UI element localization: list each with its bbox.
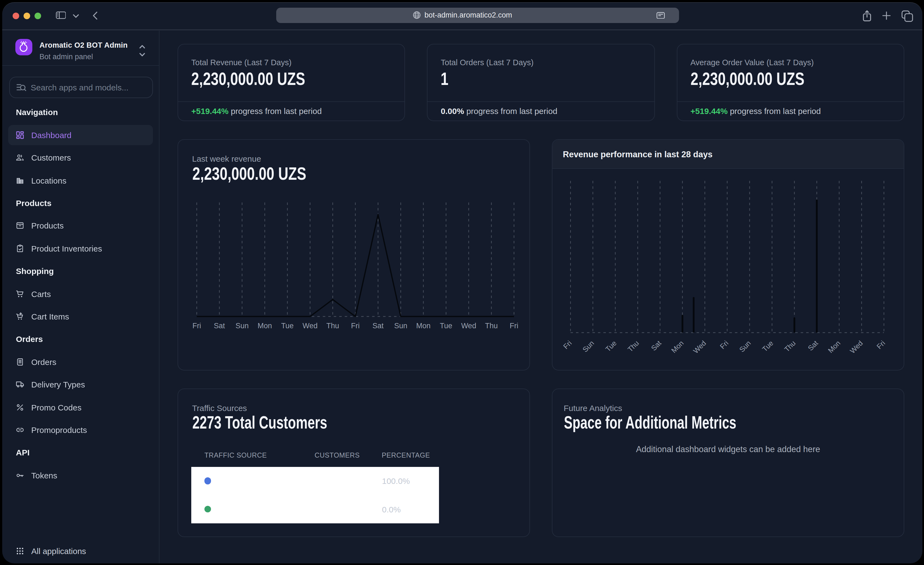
svg-text:Tue: Tue — [760, 339, 775, 353]
svg-text:Sat: Sat — [372, 322, 384, 330]
svg-text:Sun: Sun — [738, 339, 753, 354]
svg-text:Thu: Thu — [326, 322, 339, 330]
svg-text:Sun: Sun — [394, 322, 407, 330]
svg-text:Fri: Fri — [875, 339, 887, 351]
svg-text:Wed: Wed — [303, 322, 318, 330]
svg-text:Sun: Sun — [581, 339, 596, 354]
svg-text:Mon: Mon — [416, 322, 431, 330]
svg-text:Mon: Mon — [670, 339, 686, 355]
svg-text:Sat: Sat — [650, 339, 663, 352]
svg-text:Fri: Fri — [192, 322, 201, 330]
svg-text:Wed: Wed — [848, 339, 864, 355]
svg-text:Mon: Mon — [258, 322, 272, 330]
svg-text:Fri: Fri — [718, 339, 730, 351]
svg-text:Sat: Sat — [806, 339, 820, 352]
svg-text:Thu: Thu — [783, 339, 797, 354]
svg-text:Fri: Fri — [562, 339, 573, 351]
svg-text:Thu: Thu — [485, 322, 498, 330]
svg-text:Wed: Wed — [461, 322, 476, 330]
svg-text:Fri: Fri — [510, 322, 518, 330]
svg-text:Tue: Tue — [440, 322, 452, 330]
svg-text:Mon: Mon — [826, 339, 842, 355]
svg-text:Sat: Sat — [214, 322, 225, 330]
svg-text:Tue: Tue — [281, 322, 294, 330]
svg-text:Wed: Wed — [692, 339, 708, 355]
svg-text:Fri: Fri — [351, 322, 360, 330]
svg-text:Thu: Thu — [626, 339, 640, 354]
svg-text:Tue: Tue — [604, 339, 618, 353]
svg-text:Sun: Sun — [236, 322, 249, 330]
